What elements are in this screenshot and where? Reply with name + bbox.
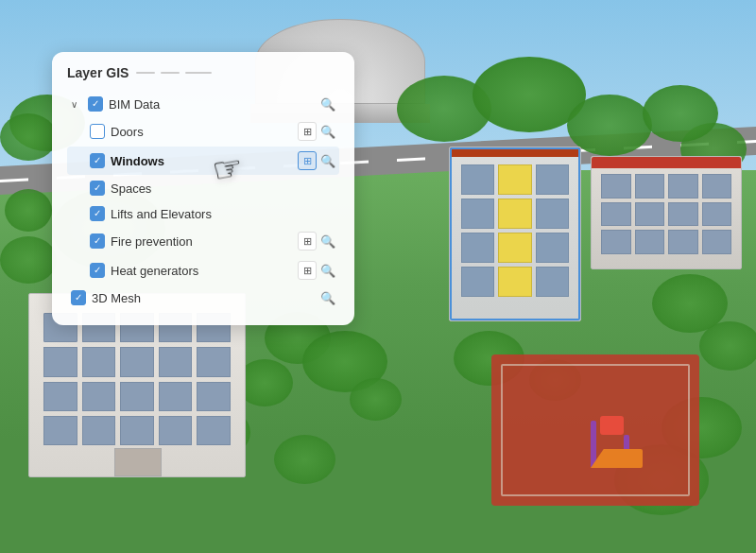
checkbox-fire[interactable]: ✓ [90, 233, 105, 249]
layer-label-bim-data: BIM Data [109, 97, 315, 112]
layer-label-heat: Heat generators [111, 264, 292, 278]
playground [591, 416, 657, 468]
layer-icons-windows: ⊞ 🔍 [298, 151, 335, 170]
layer-icons-fire: ⊞ 🔍 [298, 232, 335, 251]
tree-group [5, 189, 52, 232]
panel-title: Layer GIS [67, 65, 129, 80]
search-icon-heat[interactable]: 🔍 [320, 264, 335, 278]
checkbox-lifts[interactable]: ✓ [90, 206, 105, 221]
layer-icons-doors: ⊞ 🔍 [298, 122, 335, 141]
search-icon-windows[interactable]: 🔍 [320, 154, 335, 168]
table-icon-doors[interactable]: ⊞ [298, 122, 317, 141]
layer-item-bim-data[interactable]: ∨ ✓ BIM Data 🔍 [67, 92, 339, 116]
layer-label-doors: Doors [111, 125, 292, 139]
table-icon-fire[interactable]: ⊞ [298, 232, 317, 251]
layer-icons-heat: ⊞ 🔍 [298, 261, 335, 280]
layer-label-mesh: 3D Mesh [92, 291, 315, 305]
layer-label-windows: Windows [111, 154, 292, 168]
dash-1 [136, 72, 155, 74]
checkbox-mesh[interactable]: ✓ [71, 290, 86, 305]
layer-item-lifts[interactable]: ✓ Lifts and Elevators [67, 201, 339, 226]
table-icon-windows[interactable]: ⊞ [298, 151, 317, 170]
checkbox-heat[interactable]: ✓ [90, 263, 105, 278]
layer-item-mesh[interactable]: ✓ 3D Mesh 🔍 [67, 285, 339, 310]
tree-group [0, 236, 57, 284]
panel-header: Layer GIS [67, 65, 339, 80]
layer-item-doors[interactable]: Doors ⊞ 🔍 [67, 117, 339, 146]
building-right-bg [591, 156, 742, 269]
layer-label-lifts: Lifts and Elevators [111, 207, 330, 221]
checkbox-bim-data[interactable]: ✓ [88, 96, 103, 112]
layer-icons-mesh: 🔍 [320, 291, 335, 305]
layer-item-fire[interactable]: ✓ Fire prevention ⊞ 🔍 [67, 227, 339, 255]
search-icon-mesh[interactable]: 🔍 [320, 291, 335, 305]
tree-group [643, 85, 718, 142]
dash-3 [185, 72, 212, 74]
table-icon-heat[interactable]: ⊞ [298, 261, 317, 280]
layer-icons-bim: 🔍 [320, 97, 335, 112]
layer-label-fire: Fire prevention [111, 234, 292, 249]
layer-gis-panel: Layer GIS ∨ ✓ BIM Data 🔍 Doors ⊞ 🔍 [52, 52, 354, 325]
search-icon-bim[interactable]: 🔍 [320, 97, 335, 112]
layer-item-windows[interactable]: ✓ Windows ⊞ 🔍 [67, 147, 339, 175]
tree-group [350, 378, 402, 421]
layer-item-heat[interactable]: ✓ Heat generators ⊞ 🔍 [67, 256, 339, 285]
tree-group [0, 113, 57, 161]
layer-item-spaces[interactable]: ✓ Spaces [67, 176, 339, 200]
dash-2 [161, 72, 180, 74]
search-icon-doors[interactable]: 🔍 [320, 125, 335, 139]
layer-label-spaces: Spaces [111, 181, 330, 196]
checkbox-doors[interactable] [90, 124, 105, 139]
layer-list: ∨ ✓ BIM Data 🔍 Doors ⊞ 🔍 ✓ Windows [67, 92, 339, 310]
panel-dashes [136, 72, 212, 74]
toggle-arrow-bim: ∨ [71, 99, 82, 110]
checkbox-windows[interactable]: ✓ [90, 153, 105, 168]
tree-group [699, 321, 756, 371]
tree-group [274, 435, 335, 484]
building-center [449, 147, 581, 321]
checkbox-spaces[interactable]: ✓ [90, 181, 105, 196]
search-icon-fire[interactable]: 🔍 [320, 234, 335, 249]
